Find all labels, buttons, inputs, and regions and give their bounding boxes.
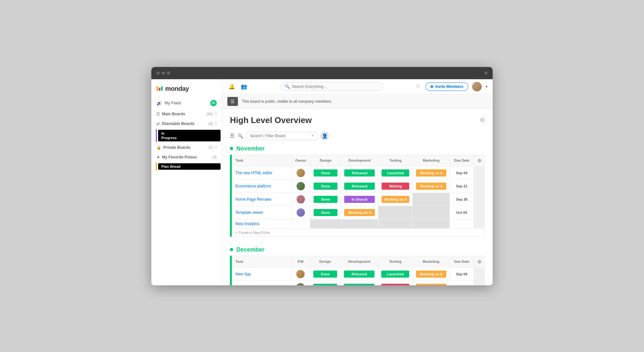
avatar: [296, 270, 305, 278]
testing-cell[interactable]: Launched: [378, 267, 412, 281]
task-name[interactable]: New App: [235, 272, 251, 276]
development-status: Released: [344, 183, 375, 190]
development-cell[interactable]: Released: [341, 179, 378, 193]
help-icon-main[interactable]: ?: [215, 112, 217, 116]
col-development: Development: [341, 155, 378, 166]
people-button[interactable]: 👥: [240, 82, 249, 91]
browser-dot-3: [167, 71, 170, 75]
browser-menu-icon[interactable]: ≡: [485, 70, 488, 76]
december-table: Task P.M Design Development Testing Mark…: [232, 256, 485, 285]
task-name[interactable]: Template viewer: [235, 210, 263, 215]
testing-cell[interactable]: [378, 206, 413, 219]
user-avatar[interactable]: [472, 82, 482, 91]
design-cell[interactable]: Done: [310, 281, 341, 285]
design-cell[interactable]: Done: [310, 206, 341, 219]
favorites-button[interactable]: ♡: [414, 82, 421, 91]
marketing-cell[interactable]: Working on it: [412, 267, 450, 281]
development-cell[interactable]: Working on it: [341, 206, 378, 219]
dropdown-icon[interactable]: ▾: [312, 134, 314, 138]
add-col-icon-nov[interactable]: ⊕: [477, 158, 481, 163]
development-cell[interactable]: [341, 219, 378, 228]
col-task-dec: Task: [232, 256, 291, 267]
development-cell[interactable]: In Search: [341, 193, 378, 206]
december-group-header: December: [230, 246, 485, 253]
testing-cell[interactable]: Waiting: [378, 281, 412, 285]
development-cell[interactable]: Released: [341, 281, 378, 285]
monday-logo-text: monday: [165, 85, 189, 92]
design-cell[interactable]: Done: [310, 166, 341, 179]
task-name[interactable]: New Analytics: [235, 222, 260, 226]
design-cell[interactable]: [310, 219, 341, 228]
star-icon: ★: [156, 155, 160, 159]
november-dot: [230, 147, 233, 150]
development-cell[interactable]: Released: [341, 166, 378, 179]
marketing-cell[interactable]: Working on it: [413, 166, 450, 179]
table-row: Template viewerDoneWorking on itOct 03: [232, 206, 485, 219]
col-add-dec[interactable]: ⊕: [474, 256, 485, 267]
board-title-row: High Level Overview ⚙: [230, 115, 485, 125]
extra-cell: [474, 179, 485, 193]
marketing-cell[interactable]: Working on it: [412, 281, 450, 285]
add-col-icon-dec[interactable]: ⊕: [477, 259, 481, 264]
marketing-cell[interactable]: [413, 206, 450, 219]
col-design: Design: [310, 155, 341, 166]
chevron-down-icon[interactable]: ▾: [486, 84, 488, 89]
task-name[interactable]: Home Page Remake: [235, 197, 271, 202]
december-title: December: [236, 246, 264, 253]
december-dot: [230, 248, 233, 251]
task-name[interactable]: App store Campaign: [235, 285, 270, 285]
col-add-nov[interactable]: ⊕: [474, 155, 485, 166]
board-person-icon[interactable]: 👤: [320, 132, 329, 140]
add-pulse-row[interactable]: + Create a New Pulse: [232, 228, 485, 236]
testing-cell[interactable]: Working on it: [378, 193, 413, 206]
col-testing: Testing: [378, 155, 413, 166]
sidebar-shareable-boards[interactable]: ⇄ Shareable Boards (6) ?: [151, 119, 222, 128]
testing-cell[interactable]: [378, 219, 413, 228]
november-table-wrapper: Task Owner Design Development Testing Ma…: [230, 155, 485, 237]
avatar: [297, 169, 305, 177]
task-cell: Template viewer: [232, 206, 291, 219]
private-boards-label: Private Boards: [163, 145, 206, 150]
extra-cell: [474, 267, 485, 281]
sidebar-nav: 🔊 My Feed 31 ☰ Main Boards (30) ? ⇄ Shar…: [151, 97, 222, 285]
invite-members-button[interactable]: ⊕ Invite Members: [425, 82, 468, 91]
design-cell[interactable]: Done: [310, 179, 341, 193]
sidebar-favorites[interactable]: ★ My Favorite Pulses (3): [151, 152, 222, 162]
due-date-cell: Oct 03: [450, 206, 474, 219]
sidebar-private-boards[interactable]: 🔒 Private Boards (7) ?: [151, 143, 222, 152]
help-icon-private[interactable]: ?: [215, 146, 217, 149]
search-input[interactable]: [292, 84, 378, 89]
favorites-count: (3): [213, 155, 217, 159]
marketing-cell[interactable]: [413, 219, 450, 228]
design-status: Done: [314, 169, 337, 176]
design-cell[interactable]: Done: [310, 267, 341, 281]
testing-cell[interactable]: Launched: [378, 166, 413, 179]
november-group: November Task Owner Design Development: [230, 145, 485, 237]
testing-cell[interactable]: Waiting: [378, 179, 413, 193]
col-marketing-dec: Marketing: [412, 256, 450, 267]
design-status: Done: [314, 196, 337, 203]
table-row: New AppDoneReleasedLaunchedWorking on it…: [232, 267, 485, 281]
col-pm-dec: P.M: [291, 256, 310, 267]
owner-cell: [291, 281, 310, 285]
bell-button[interactable]: 🔔: [227, 82, 236, 91]
col-marketing: Marketing: [413, 155, 450, 166]
help-icon-shareable[interactable]: ?: [215, 122, 217, 126]
filter-input[interactable]: [250, 134, 310, 138]
development-cell[interactable]: Released: [341, 267, 378, 281]
marketing-cell[interactable]: [413, 193, 450, 206]
board-view-icon[interactable]: ☰: [230, 133, 234, 139]
sidebar-main-boards[interactable]: ☰ Main Boards (30) ?: [151, 109, 222, 119]
avatar: [297, 208, 305, 217]
col-due-date: Due Date: [450, 155, 474, 166]
task-name[interactable]: The new HTML editor: [235, 171, 272, 175]
settings-icon[interactable]: ⚙: [480, 117, 485, 124]
testing-status: Waiting: [381, 284, 409, 285]
marketing-status: Working on it: [416, 169, 446, 176]
sidebar-item-my-feed[interactable]: 🔊 My Feed 31: [151, 97, 222, 109]
hamburger-button[interactable]: ☰: [227, 97, 238, 106]
task-name[interactable]: Ecommerce platform: [235, 184, 271, 188]
marketing-cell[interactable]: Working on it: [413, 179, 450, 193]
design-cell[interactable]: Done: [310, 193, 341, 206]
extra-cell: [474, 219, 485, 228]
